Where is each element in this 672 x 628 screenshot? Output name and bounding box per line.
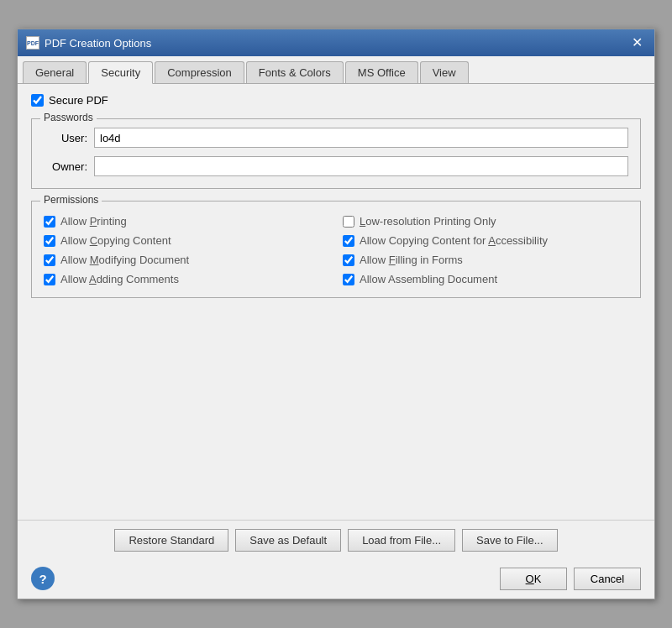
perm-allow-filling-checkbox[interactable]	[343, 254, 354, 266]
perm-allow-copying-label: Allow Copying Content	[60, 234, 171, 247]
perm-allow-modifying: Allow Modifying Document	[44, 254, 329, 266]
perm-allow-copying: Allow Copying Content	[44, 234, 329, 247]
perm-allow-printing: Allow Printing	[44, 215, 329, 228]
tab-content-security: Secure PDF Passwords User: Owner: Permis…	[18, 84, 654, 520]
perm-allow-filling: Allow Filling in Forms	[343, 254, 628, 266]
perm-low-res-printing-label: Low-resolution Printing Only	[360, 215, 496, 228]
permissions-group: Permissions Allow Printing Low-resolutio…	[31, 201, 641, 298]
restore-standard-button[interactable]: Restore Standard	[114, 529, 228, 552]
dialog-title: PDF Creation Options	[45, 37, 151, 50]
perm-allow-copying-accessibility-label: Allow Copying Content for Accessibility	[360, 234, 548, 247]
action-row: ? OK Cancel	[18, 560, 654, 599]
perm-allow-copying-checkbox[interactable]	[44, 235, 55, 247]
passwords-group: Passwords User: Owner:	[31, 118, 641, 189]
perm-allow-assembling-checkbox[interactable]	[343, 274, 354, 285]
tab-compression[interactable]: Compression	[155, 61, 244, 83]
owner-password-row: Owner:	[44, 156, 628, 176]
tab-view[interactable]: View	[420, 61, 469, 83]
owner-password-input[interactable]	[94, 156, 628, 176]
help-button[interactable]: ?	[31, 567, 55, 590]
load-from-file-button[interactable]: Load from File...	[348, 529, 455, 552]
secure-pdf-checkbox[interactable]	[31, 94, 44, 107]
ok-button[interactable]: OK	[500, 568, 567, 590]
perm-allow-filling-label: Allow Filling in Forms	[360, 254, 463, 266]
title-bar: PDF PDF Creation Options ✕	[18, 29, 654, 56]
tab-security[interactable]: Security	[88, 61, 153, 84]
perm-low-res-printing-checkbox[interactable]	[343, 216, 354, 228]
save-to-file-button[interactable]: Save to File...	[462, 529, 557, 552]
save-as-default-button[interactable]: Save as Default	[235, 529, 341, 552]
tab-ms-office[interactable]: MS Office	[345, 61, 418, 83]
perm-allow-assembling: Allow Assembling Document	[343, 273, 628, 285]
cancel-button[interactable]: Cancel	[574, 568, 641, 590]
perm-allow-modifying-checkbox[interactable]	[44, 254, 55, 266]
perm-allow-comments-label: Allow Adding Comments	[60, 273, 179, 285]
perm-allow-printing-checkbox[interactable]	[44, 216, 55, 228]
ok-cancel-group: OK Cancel	[500, 568, 641, 590]
perm-allow-comments-checkbox[interactable]	[44, 274, 55, 285]
permissions-grid: Allow Printing Low-resolution Printing O…	[44, 215, 628, 285]
tab-bar: General Security Compression Fonts & Col…	[18, 56, 654, 84]
perm-allow-modifying-label: Allow Modifying Document	[60, 254, 189, 266]
owner-label: Owner:	[44, 160, 87, 173]
perm-low-res-printing: Low-resolution Printing Only	[343, 215, 628, 228]
user-password-input[interactable]	[94, 128, 628, 148]
secure-pdf-row: Secure PDF	[31, 94, 641, 107]
perm-allow-assembling-label: Allow Assembling Document	[360, 273, 497, 285]
pdf-creation-options-dialog: PDF PDF Creation Options ✕ General Secur…	[17, 29, 655, 599]
secure-pdf-label[interactable]: Secure PDF	[49, 94, 108, 107]
title-bar-left: PDF PDF Creation Options	[26, 36, 151, 50]
passwords-group-title: Passwords	[40, 112, 97, 123]
permissions-group-title: Permissions	[40, 194, 102, 206]
perm-allow-printing-label: Allow Printing	[60, 215, 127, 228]
user-label: User:	[44, 132, 87, 144]
tab-fonts-colors[interactable]: Fonts & Colors	[246, 61, 344, 83]
dialog-icon: PDF	[26, 36, 39, 50]
perm-allow-copying-accessibility-checkbox[interactable]	[343, 235, 354, 247]
tab-general[interactable]: General	[23, 61, 87, 83]
bottom-buttons-row: Restore Standard Save as Default Load fr…	[18, 520, 654, 560]
perm-allow-copying-accessibility: Allow Copying Content for Accessibility	[343, 234, 628, 247]
close-button[interactable]: ✕	[628, 36, 646, 50]
perm-allow-comments: Allow Adding Comments	[44, 273, 329, 285]
user-password-row: User:	[44, 128, 628, 148]
